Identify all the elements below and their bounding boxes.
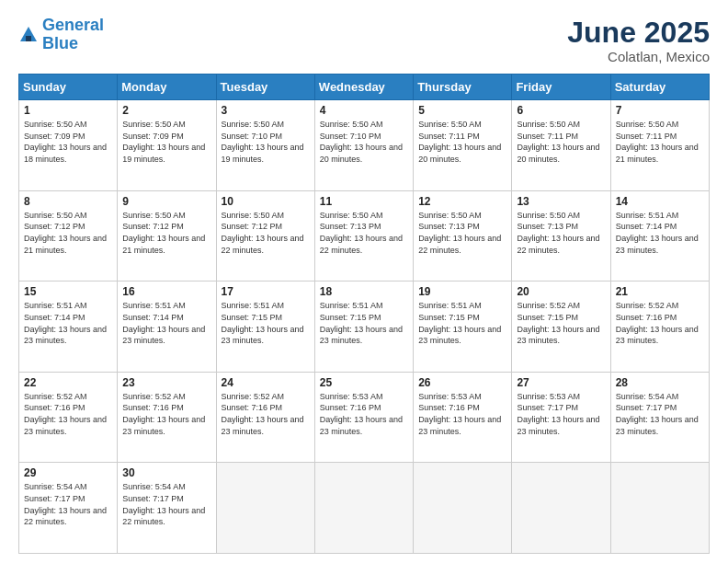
table-cell: 13 Sunrise: 5:50 AMSunset: 7:13 PMDaylig… <box>512 190 610 282</box>
day-number: 14 <box>616 195 704 208</box>
day-info: Sunrise: 5:50 AMSunset: 7:12 PMDaylight:… <box>24 210 112 256</box>
day-number: 12 <box>418 195 506 208</box>
day-number: 22 <box>24 376 112 389</box>
day-info: Sunrise: 5:53 AMSunset: 7:16 PMDaylight:… <box>418 391 506 437</box>
col-saturday: Saturday <box>610 75 709 100</box>
day-number: 8 <box>24 195 112 208</box>
day-number: 25 <box>320 376 408 389</box>
day-number: 16 <box>122 285 210 298</box>
table-cell: 12 Sunrise: 5:50 AMSunset: 7:13 PMDaylig… <box>414 190 512 282</box>
table-cell-empty <box>610 463 709 554</box>
calendar: Sunday Monday Tuesday Wednesday Thursday… <box>18 74 710 554</box>
table-cell-empty <box>314 463 413 554</box>
table-cell: 8 Sunrise: 5:50 AMSunset: 7:12 PMDayligh… <box>19 190 118 282</box>
table-cell: 7 Sunrise: 5:50 AMSunset: 7:11 PMDayligh… <box>610 100 709 191</box>
day-info: Sunrise: 5:51 AMSunset: 7:14 PMDaylight:… <box>122 300 210 346</box>
table-cell: 26 Sunrise: 5:53 AMSunset: 7:16 PMDaylig… <box>414 372 512 463</box>
table-cell-empty <box>512 463 610 554</box>
day-info: Sunrise: 5:50 AMSunset: 7:09 PMDaylight:… <box>122 119 210 165</box>
day-number: 26 <box>418 376 506 389</box>
day-number: 18 <box>320 285 408 298</box>
table-cell: 22 Sunrise: 5:52 AMSunset: 7:16 PMDaylig… <box>19 372 118 463</box>
table-cell: 16 Sunrise: 5:51 AMSunset: 7:14 PMDaylig… <box>118 282 216 373</box>
table-cell: 3 Sunrise: 5:50 AMSunset: 7:10 PMDayligh… <box>216 100 314 191</box>
day-info: Sunrise: 5:50 AMSunset: 7:12 PMDaylight:… <box>222 210 310 256</box>
table-cell: 15 Sunrise: 5:51 AMSunset: 7:14 PMDaylig… <box>19 282 118 373</box>
day-info: Sunrise: 5:54 AMSunset: 7:17 PMDaylight:… <box>24 481 112 527</box>
day-number: 7 <box>616 104 704 117</box>
day-number: 29 <box>24 466 112 479</box>
day-info: Sunrise: 5:50 AMSunset: 7:11 PMDaylight:… <box>418 119 506 165</box>
day-info: Sunrise: 5:50 AMSunset: 7:11 PMDaylight:… <box>517 119 605 165</box>
day-number: 17 <box>222 285 310 298</box>
day-number: 11 <box>320 195 408 208</box>
col-friday: Friday <box>512 75 610 100</box>
col-monday: Monday <box>118 75 216 100</box>
main-title: June 2025 <box>567 17 710 49</box>
page: General Blue June 2025 Colatlan, Mexico … <box>0 0 728 563</box>
table-cell-empty <box>216 463 314 554</box>
day-number: 3 <box>222 104 310 117</box>
logo: General Blue <box>18 17 104 53</box>
day-info: Sunrise: 5:52 AMSunset: 7:15 PMDaylight:… <box>517 300 605 346</box>
day-info: Sunrise: 5:51 AMSunset: 7:14 PMDaylight:… <box>616 210 704 256</box>
day-info: Sunrise: 5:52 AMSunset: 7:16 PMDaylight:… <box>122 391 210 437</box>
table-cell: 11 Sunrise: 5:50 AMSunset: 7:13 PMDaylig… <box>314 190 413 282</box>
table-cell: 23 Sunrise: 5:52 AMSunset: 7:16 PMDaylig… <box>118 372 216 463</box>
title-block: June 2025 Colatlan, Mexico <box>567 17 710 64</box>
table-cell: 1 Sunrise: 5:50 AMSunset: 7:09 PMDayligh… <box>19 100 118 191</box>
day-number: 19 <box>418 285 506 298</box>
table-cell: 29 Sunrise: 5:54 AMSunset: 7:17 PMDaylig… <box>19 463 118 554</box>
day-info: Sunrise: 5:51 AMSunset: 7:15 PMDaylight:… <box>222 300 310 346</box>
day-info: Sunrise: 5:52 AMSunset: 7:16 PMDaylight:… <box>222 391 310 437</box>
day-number: 30 <box>122 466 210 479</box>
day-info: Sunrise: 5:50 AMSunset: 7:12 PMDaylight:… <box>122 210 210 256</box>
day-info: Sunrise: 5:50 AMSunset: 7:13 PMDaylight:… <box>418 210 506 256</box>
day-info: Sunrise: 5:50 AMSunset: 7:11 PMDaylight:… <box>616 119 704 165</box>
table-cell: 21 Sunrise: 5:52 AMSunset: 7:16 PMDaylig… <box>610 282 709 373</box>
day-number: 9 <box>122 195 210 208</box>
table-cell: 6 Sunrise: 5:50 AMSunset: 7:11 PMDayligh… <box>512 100 610 191</box>
calendar-header-row: Sunday Monday Tuesday Wednesday Thursday… <box>19 75 710 100</box>
table-cell: 10 Sunrise: 5:50 AMSunset: 7:12 PMDaylig… <box>216 190 314 282</box>
table-cell: 24 Sunrise: 5:52 AMSunset: 7:16 PMDaylig… <box>216 372 314 463</box>
subtitle: Colatlan, Mexico <box>567 49 710 64</box>
table-cell: 19 Sunrise: 5:51 AMSunset: 7:15 PMDaylig… <box>414 282 512 373</box>
day-number: 23 <box>122 376 210 389</box>
col-sunday: Sunday <box>19 75 118 100</box>
day-number: 13 <box>517 195 605 208</box>
day-number: 4 <box>320 104 408 117</box>
table-cell: 27 Sunrise: 5:53 AMSunset: 7:17 PMDaylig… <box>512 372 610 463</box>
logo-icon <box>18 25 39 45</box>
table-row: 1 Sunrise: 5:50 AMSunset: 7:09 PMDayligh… <box>19 100 710 191</box>
day-info: Sunrise: 5:51 AMSunset: 7:14 PMDaylight:… <box>24 300 112 346</box>
day-info: Sunrise: 5:51 AMSunset: 7:15 PMDaylight:… <box>320 300 408 346</box>
table-row: 29 Sunrise: 5:54 AMSunset: 7:17 PMDaylig… <box>19 463 710 554</box>
day-info: Sunrise: 5:51 AMSunset: 7:15 PMDaylight:… <box>418 300 506 346</box>
day-info: Sunrise: 5:54 AMSunset: 7:17 PMDaylight:… <box>616 391 704 437</box>
day-number: 28 <box>616 376 704 389</box>
day-number: 1 <box>24 104 112 117</box>
svg-rect-1 <box>26 36 31 41</box>
table-row: 22 Sunrise: 5:52 AMSunset: 7:16 PMDaylig… <box>19 372 710 463</box>
day-number: 6 <box>517 104 605 117</box>
day-number: 21 <box>616 285 704 298</box>
table-cell: 30 Sunrise: 5:54 AMSunset: 7:17 PMDaylig… <box>118 463 216 554</box>
day-info: Sunrise: 5:52 AMSunset: 7:16 PMDaylight:… <box>616 300 704 346</box>
day-number: 15 <box>24 285 112 298</box>
day-info: Sunrise: 5:53 AMSunset: 7:16 PMDaylight:… <box>320 391 408 437</box>
table-cell: 4 Sunrise: 5:50 AMSunset: 7:10 PMDayligh… <box>314 100 413 191</box>
day-info: Sunrise: 5:50 AMSunset: 7:10 PMDaylight:… <box>320 119 408 165</box>
day-number: 2 <box>122 104 210 117</box>
day-info: Sunrise: 5:50 AMSunset: 7:13 PMDaylight:… <box>320 210 408 256</box>
day-info: Sunrise: 5:54 AMSunset: 7:17 PMDaylight:… <box>122 481 210 527</box>
day-number: 20 <box>517 285 605 298</box>
day-info: Sunrise: 5:50 AMSunset: 7:10 PMDaylight:… <box>222 119 310 165</box>
table-row: 15 Sunrise: 5:51 AMSunset: 7:14 PMDaylig… <box>19 282 710 373</box>
table-cell: 5 Sunrise: 5:50 AMSunset: 7:11 PMDayligh… <box>414 100 512 191</box>
col-thursday: Thursday <box>414 75 512 100</box>
table-cell: 20 Sunrise: 5:52 AMSunset: 7:15 PMDaylig… <box>512 282 610 373</box>
col-tuesday: Tuesday <box>216 75 314 100</box>
logo-text: General Blue <box>42 17 104 53</box>
table-cell: 18 Sunrise: 5:51 AMSunset: 7:15 PMDaylig… <box>314 282 413 373</box>
